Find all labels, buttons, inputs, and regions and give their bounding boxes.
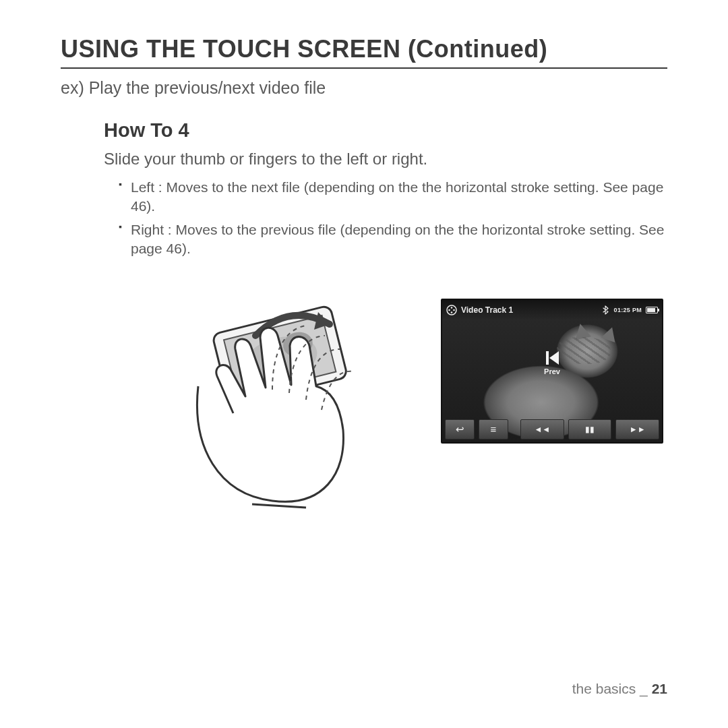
howto-section: How To 4 Slide your thumb or fingers to … [104,119,667,541]
pause-icon: ▮▮ [585,425,595,433]
howto-bullet: Right : Moves to the previous file (depe… [119,220,667,257]
page-footer: the basics _ 21 [572,681,667,697]
manual-page: USING THE TOUCH SCREEN (Continued) ex) P… [0,0,728,728]
next-track-button[interactable]: ►► [615,419,659,439]
howto-heading: How To 4 [104,119,667,142]
svg-point-9 [451,311,453,313]
prev-track-icon: ◄◄ [534,425,550,433]
skip-prev-icon [544,350,560,366]
pause-button[interactable]: ▮▮ [568,419,612,439]
battery-icon [646,307,658,313]
hand-swipe-illustration [171,272,387,514]
footer-section: the basics _ [572,681,648,696]
prev-overlay-label: Prev [539,367,566,375]
page-title: USING THE TOUCH SCREEN (Continued) [61,35,667,69]
svg-point-10 [448,309,450,311]
figures-row: Video Track 1 01:25 PM Prev ↩ [104,272,667,541]
example-line: ex) Play the previous/next video file [61,78,667,98]
device-toolbar: ↩ ≡ ◄◄ ▮▮ ►► [445,419,659,439]
svg-line-5 [252,504,306,508]
svg-point-8 [453,309,455,311]
video-track-title: Video Track 1 [461,305,513,315]
howto-subtitle: Slide your thumb or fingers to the left … [104,150,667,169]
back-icon: ↩ [456,424,464,434]
svg-point-7 [451,307,453,309]
prev-track-button[interactable]: ◄◄ [520,419,564,439]
back-button[interactable]: ↩ [445,419,475,439]
device-status-bar: Video Track 1 01:25 PM [442,300,662,320]
menu-button[interactable]: ≡ [479,419,508,439]
footer-page-number: 21 [652,681,667,696]
device-screenshot: Video Track 1 01:25 PM Prev ↩ [441,299,663,444]
prev-overlay: Prev [539,350,566,375]
menu-icon: ≡ [491,424,497,434]
film-reel-icon [446,305,457,315]
bluetooth-icon [602,305,609,315]
next-track-icon: ►► [630,425,646,433]
howto-bullet: Left : Moves to the next file (depending… [119,178,667,215]
howto-bullet-list: Left : Moves to the next file (depending… [104,178,667,258]
status-time: 01:25 PM [614,307,642,313]
svg-point-6 [447,305,456,315]
